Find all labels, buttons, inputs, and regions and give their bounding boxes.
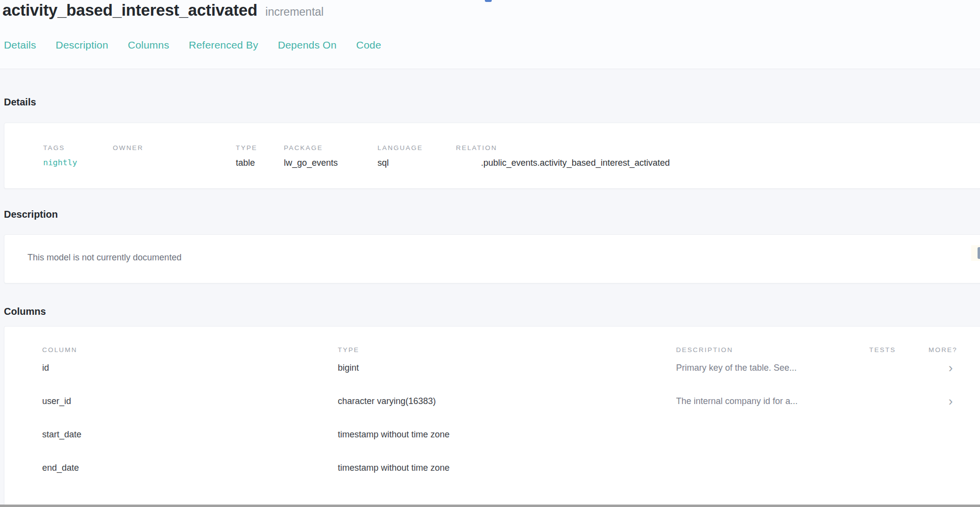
tag-link[interactable]: nightly xyxy=(43,157,113,169)
table-row[interactable]: start_date timestamp without time zone xyxy=(4,418,980,451)
detail-value: lw_go_events xyxy=(284,157,377,169)
top-edge-cutoff-element xyxy=(485,0,492,2)
column-header-tests: TESTS xyxy=(869,346,929,354)
edge-widget-fragment xyxy=(978,247,980,259)
page-header: activity_based_interest_activated increm… xyxy=(0,0,980,69)
detail-field-tags: TAGS nightly xyxy=(43,144,113,169)
column-name-cell: start_date xyxy=(42,430,338,440)
description-card: This model is not currently documented xyxy=(4,234,980,283)
tab-referenced-by[interactable]: Referenced By xyxy=(189,39,258,51)
detail-label: OWNER xyxy=(113,144,236,152)
column-header-type: TYPE xyxy=(338,346,676,354)
detail-label: LANGUAGE xyxy=(377,144,456,152)
column-type-cell: bigint xyxy=(338,363,676,373)
page-title: activity_based_interest_activated xyxy=(2,1,257,19)
chevron-right-icon[interactable]: › xyxy=(929,361,973,374)
detail-value: sql xyxy=(377,157,456,169)
column-header-more: MORE? xyxy=(929,346,973,354)
description-section-heading: Description xyxy=(4,207,58,221)
detail-value: table xyxy=(236,157,284,169)
column-type-cell: character varying(16383) xyxy=(338,396,676,406)
tab-details[interactable]: Details xyxy=(4,39,36,51)
column-header-description: DESCRIPTION xyxy=(676,346,869,354)
detail-field-relation: RELATION .public_events.activity_based_i… xyxy=(456,144,971,169)
section-nav: Details Description Columns Referenced B… xyxy=(4,39,381,51)
column-description-cell: The internal company id for a... xyxy=(676,396,869,406)
table-row[interactable]: id bigint Primary key of the table. See.… xyxy=(4,351,980,384)
materialization-badge: incremental xyxy=(265,5,324,18)
relation-value: .public_events.activity_based_interest_a… xyxy=(481,157,971,169)
detail-label: RELATION xyxy=(456,144,971,152)
column-description-cell: Primary key of the table. See... xyxy=(676,363,869,373)
detail-label: TYPE xyxy=(236,144,284,152)
table-row[interactable]: user_id character varying(16383) The int… xyxy=(4,384,980,418)
column-name-cell: id xyxy=(42,363,338,373)
column-type-cell: timestamp without time zone xyxy=(338,430,676,440)
detail-field-package: PACKAGE lw_go_events xyxy=(284,144,377,169)
column-header-column: COLUMN xyxy=(42,346,338,354)
title-row: activity_based_interest_activated increm… xyxy=(2,1,324,20)
column-name-cell: end_date xyxy=(42,463,338,473)
bottom-window-edge xyxy=(0,505,980,507)
details-section-heading: Details xyxy=(4,95,36,109)
tab-depends-on[interactable]: Depends On xyxy=(278,39,337,51)
detail-label: PACKAGE xyxy=(284,144,377,152)
columns-table-header: COLUMN TYPE DESCRIPTION TESTS MORE? xyxy=(4,327,980,351)
detail-field-owner: OWNER xyxy=(113,144,236,169)
column-type-cell: timestamp without time zone xyxy=(338,463,676,473)
tab-description[interactable]: Description xyxy=(56,39,108,51)
column-name-cell: user_id xyxy=(42,396,338,406)
details-grid: TAGS nightly OWNER TYPE table PACKAGE lw… xyxy=(4,123,980,169)
tab-columns[interactable]: Columns xyxy=(128,39,169,51)
columns-card: COLUMN TYPE DESCRIPTION TESTS MORE? id b… xyxy=(4,326,980,507)
detail-field-language: LANGUAGE sql xyxy=(377,144,456,169)
details-card: TAGS nightly OWNER TYPE table PACKAGE lw… xyxy=(4,123,980,189)
dbt-docs-model-page: activity_based_interest_activated increm… xyxy=(0,0,980,507)
columns-section-heading: Columns xyxy=(4,304,46,318)
table-row[interactable]: end_date timestamp without time zone xyxy=(4,451,980,484)
chevron-right-icon[interactable]: › xyxy=(929,395,973,407)
detail-label: TAGS xyxy=(43,144,113,152)
tab-code[interactable]: Code xyxy=(356,39,381,51)
detail-field-type: TYPE table xyxy=(236,144,284,169)
description-text: This model is not currently documented xyxy=(4,235,980,263)
